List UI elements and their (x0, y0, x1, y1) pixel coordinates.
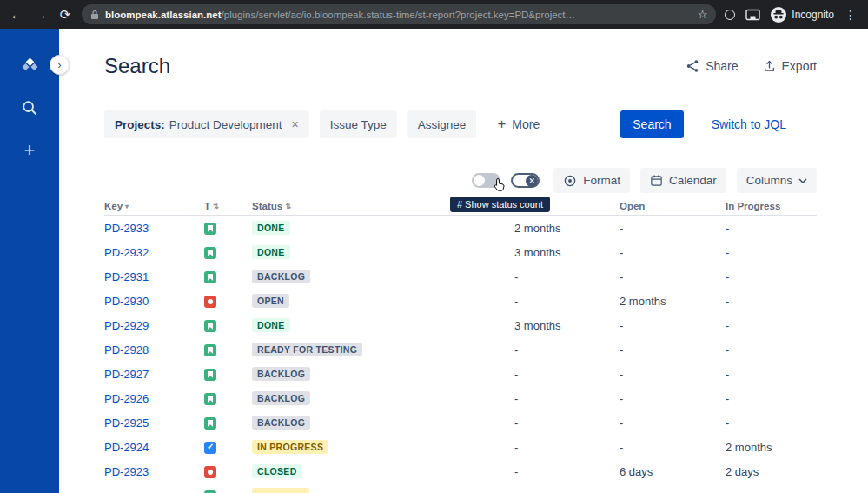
remove-filter-icon[interactable]: × (292, 117, 299, 131)
status-badge: CLOSED (252, 464, 302, 478)
open-cell: 6 days (620, 465, 726, 478)
status-badge: BACKLOG (252, 391, 310, 405)
table-row[interactable]: PD-2930 OPEN - 2 months - (104, 289, 817, 313)
toggle-tooltip: # Show status count (450, 197, 550, 212)
browser-chrome: ← → ⟳ bloompeak.atlassian.net/plugins/se… (0, 0, 868, 29)
in-progress-cell: - (726, 368, 817, 381)
cast-icon[interactable] (745, 9, 760, 21)
status-badge: DONE (252, 245, 290, 259)
switch-to-jql-link[interactable]: Switch to JQL (712, 117, 786, 131)
open-cell: - (620, 343, 726, 356)
duration-cell: - (514, 343, 620, 356)
story-type-icon (204, 393, 216, 405)
main-content: Search Share Export (59, 29, 868, 493)
columns-button[interactable]: Columns (737, 168, 817, 193)
incognito-badge: Incognito (771, 7, 834, 23)
duration-cell: - (514, 441, 620, 454)
more-filters-button[interactable]: + More (497, 116, 540, 133)
open-cell: - (620, 270, 726, 283)
issue-key-link[interactable]: PD-2923 (104, 465, 204, 478)
search-icon[interactable] (19, 97, 40, 118)
table-row[interactable]: PD-2927 BACKLOG - - - (104, 362, 817, 386)
open-cell: - (620, 319, 726, 332)
story-type-icon (204, 369, 216, 381)
plus-icon: + (497, 116, 506, 133)
forward-button[interactable]: → (33, 8, 49, 21)
issue-key-link[interactable]: PD-2933 (104, 222, 204, 235)
export-button[interactable]: Export (763, 59, 817, 73)
table-row[interactable]: PD-2932 DONE 3 months - - (104, 240, 817, 264)
issue-key-link[interactable]: PD-2932 (104, 246, 204, 259)
calendar-button[interactable]: Calendar (640, 168, 726, 193)
in-progress-cell: - (726, 343, 817, 356)
table-row[interactable]: PD-2928 READY FOR TESTING - - - (104, 337, 817, 362)
status-badge: DONE (252, 221, 290, 235)
table-row[interactable]: PD-2929 DONE 3 months - - (104, 313, 817, 337)
status-badge: BACKLOG (252, 270, 310, 283)
duration-cell: - (514, 465, 620, 478)
task-type-icon (204, 442, 216, 454)
issue-key-link[interactable]: PD-2929 (104, 319, 204, 332)
export-icon (763, 59, 776, 73)
open-cell: - (620, 368, 726, 381)
incognito-spy-icon (771, 7, 786, 23)
open-cell: - (620, 246, 726, 259)
issue-key-link[interactable]: PD-2926 (104, 392, 204, 405)
table-row[interactable] (104, 483, 817, 493)
chrome-actions: Incognito ⋮ (725, 7, 859, 23)
open-cell: - (620, 222, 726, 235)
duration-cell: 3 months (514, 319, 620, 332)
share-button[interactable]: Share (686, 59, 738, 73)
assignee-filter-chip[interactable]: Assignee (407, 110, 477, 138)
table-body: PD-2933 DONE 2 months - - PD-2932 DONE 3… (104, 216, 817, 493)
projects-filter-chip[interactable]: Projects: Product Development × (104, 110, 309, 138)
table-row[interactable]: PD-2926 BACKLOG - - - (104, 386, 817, 410)
in-progress-cell: 2 months (726, 441, 817, 454)
bug-type-icon (204, 296, 216, 308)
status-count-toggle[interactable] (472, 173, 500, 188)
browser-window: ← → ⟳ bloompeak.atlassian.net/plugins/se… (0, 0, 868, 493)
issue-key-link[interactable]: PD-2931 (104, 270, 204, 283)
duration-cell: 2 months (514, 222, 620, 235)
search-button[interactable]: Search (620, 110, 683, 138)
menu-icon[interactable]: ⋮ (845, 8, 858, 22)
story-type-icon (204, 223, 216, 235)
create-icon[interactable]: + (19, 140, 40, 161)
duration-cell: 3 months (514, 246, 620, 259)
format-button[interactable]: Format (553, 168, 630, 193)
jira-logo-icon[interactable] (19, 55, 40, 76)
column-header-in-progress[interactable]: In Progress (726, 201, 817, 211)
app-sidebar: + (0, 29, 59, 493)
open-cell: 2 months (620, 295, 726, 308)
issue-key-link[interactable]: PD-2927 (104, 368, 204, 381)
open-cell: - (620, 416, 726, 430)
bookmark-star-icon[interactable]: ☆ (698, 8, 708, 21)
table-row[interactable]: PD-2933 DONE 2 months - - (104, 216, 817, 240)
bug-type-icon (204, 466, 216, 478)
sidebar-expand-button[interactable]: › (50, 55, 70, 75)
back-button[interactable]: ← (9, 8, 24, 21)
url-text: bloompeak.atlassian.net/plugins/servlet/… (105, 10, 692, 20)
issue-key-link[interactable]: PD-2925 (104, 416, 204, 430)
status-badge: IN PROGRESS (252, 440, 328, 454)
duration-cell: - (514, 416, 620, 430)
table-row[interactable]: PD-2925 BACKLOG - - - (104, 410, 817, 435)
reload-button[interactable]: ⟳ (57, 8, 73, 21)
column-header-open[interactable]: Open (620, 201, 726, 211)
secondary-toggle[interactable]: ✕ (511, 173, 540, 188)
table-row[interactable]: PD-2923 CLOSED - 6 days 2 days (104, 459, 817, 483)
table-row[interactable]: PD-2924 IN PROGRESS - - 2 months (104, 435, 817, 459)
status-badge: BACKLOG (252, 416, 310, 430)
table-row[interactable]: PD-2931 BACKLOG - - - (104, 264, 817, 289)
extension-icon[interactable] (725, 10, 735, 20)
column-header-key[interactable]: Key▾ (104, 201, 204, 211)
column-header-t[interactable]: T⇅ (204, 201, 252, 211)
address-bar[interactable]: bloompeak.atlassian.net/plugins/servlet/… (82, 4, 716, 24)
duration-cell: - (514, 270, 620, 283)
issue-key-link[interactable]: PD-2930 (104, 295, 204, 308)
issue-key-link[interactable]: PD-2928 (104, 343, 204, 356)
issue-key-link[interactable]: PD-2924 (104, 441, 204, 454)
issue-type-filter-chip[interactable]: Issue Type (320, 110, 397, 138)
status-badge (252, 488, 309, 493)
toggle-off-icon: ✕ (526, 175, 538, 187)
